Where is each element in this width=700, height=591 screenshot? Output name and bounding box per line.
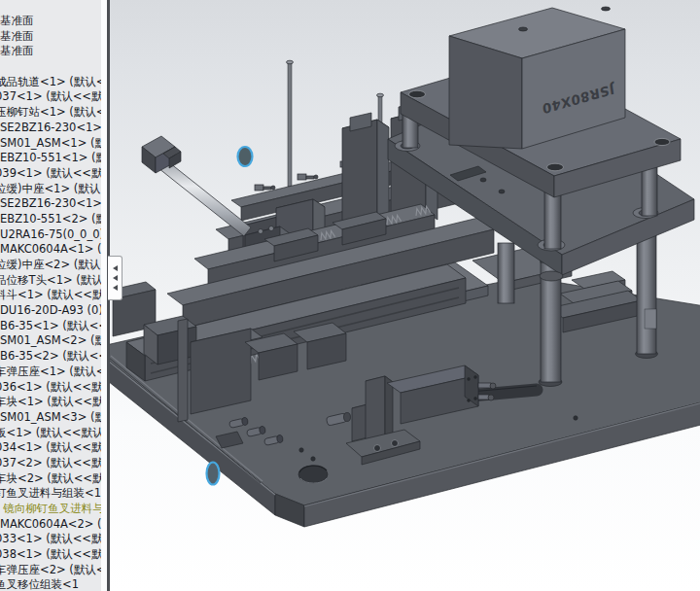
tree-item[interactable]: SM01_ASM<3> (默认 bbox=[0, 410, 101, 426]
tree-item[interactable]: 033<1> (默认<<默 bbox=[0, 532, 101, 547]
tree-item[interactable]: 位缓)中座<2> (默认< bbox=[0, 258, 101, 273]
tree-item[interactable]: 钉鱼叉进料与组装<1 bbox=[0, 486, 101, 502]
tree-item[interactable]: U2RA16-75(0_0_0)<1 bbox=[0, 227, 101, 243]
selection-marker bbox=[207, 463, 220, 485]
tree-item[interactable]: 料斗<1> (默认<<默 bbox=[0, 288, 101, 303]
tree-item[interactable]: B6-35<1> (默认<<默 bbox=[0, 319, 101, 334]
tree-item[interactable]: SE2BZ16-230<1> (默 bbox=[0, 196, 101, 212]
tree-item[interactable]: 品位移T头<1> (默认 bbox=[0, 273, 101, 289]
collapse-left-icon bbox=[113, 275, 118, 281]
piston-rod bbox=[158, 159, 251, 236]
tree-item[interactable]: SM01_ASM<1> (默认 bbox=[0, 136, 101, 152]
tree-item[interactable]: 基准面 bbox=[0, 44, 101, 59]
tree-item[interactable]: 位缓)中座<1> (默认< bbox=[0, 182, 101, 197]
tree-item[interactable]: EBZ10-551<2> (默认 bbox=[0, 212, 101, 227]
tree-item[interactable]: 037<2> (默认<<默 bbox=[0, 456, 101, 471]
tree-item[interactable]: 038<1> (默认<<默 bbox=[0, 547, 101, 563]
selection-marker bbox=[238, 147, 253, 166]
tree-item[interactable]: 036<1> (默认<<默 bbox=[0, 380, 101, 396]
tree-item[interactable]: 压柳钉站<1> (默认< bbox=[0, 105, 101, 121]
tree-item[interactable]: 037<1> (默认<<默 bbox=[0, 89, 101, 105]
tree-item[interactable]: 车块<1> (默认<<默 bbox=[0, 395, 101, 410]
collapse-left-icon bbox=[113, 285, 118, 291]
tree-item[interactable]: MAKC0604A<1> (默认 bbox=[0, 242, 101, 258]
tree-item[interactable]: 车块<2> (默认<<默 bbox=[0, 471, 101, 487]
guide-post bbox=[498, 243, 514, 303]
tree-item[interactable]: 板<1> (默认<<默认 bbox=[0, 426, 101, 441]
tree-item[interactable]: 034<1> (默认<<默 bbox=[0, 440, 101, 456]
tree-item[interactable]: 基准面 bbox=[0, 14, 101, 29]
panel-splitter-tab[interactable] bbox=[108, 256, 122, 300]
tree-item[interactable]: 基准面 bbox=[0, 29, 101, 45]
tree-item[interactable]: 车弹压座<1> (默认< bbox=[0, 365, 101, 380]
tree-item[interactable] bbox=[0, 59, 101, 75]
collapse-left-icon bbox=[113, 265, 118, 271]
tree-item[interactable]: 鱼叉移位组装<1 bbox=[0, 577, 101, 591]
tree-item[interactable]: SM01_ASM<2> (默认 bbox=[0, 333, 101, 349]
feature-tree-panel[interactable]: 基准面基准面基准面成品轨道<1> (默认<037<1> (默认<<默压柳钉站<1… bbox=[0, 0, 101, 591]
tree-item[interactable]: 039<1> (默认<<默 bbox=[0, 166, 101, 182]
tree-item[interactable]: EBZ10-551<1> (默认 bbox=[0, 151, 101, 166]
tree-item[interactable]: MAKC0604A<2> (默认 bbox=[0, 517, 101, 533]
tree-item[interactable]: 成品轨道<1> (默认< bbox=[0, 75, 101, 90]
tree-item[interactable]: ) 镜向柳钉鱼叉进料与 bbox=[0, 502, 101, 517]
feature-tree-list: 基准面基准面基准面成品轨道<1> (默认<037<1> (默认<<默压柳钉站<1… bbox=[0, 14, 101, 591]
tree-item[interactable]: SE2BZ16-230<1> (默 bbox=[0, 121, 101, 136]
tree-item[interactable]: B6-35<2> (默认<<默 bbox=[0, 349, 101, 365]
tree-item[interactable]: DU16-20D-A93 (0)< bbox=[0, 303, 101, 319]
tree-item[interactable]: 车弹压座<2> (默认< bbox=[0, 563, 101, 578]
